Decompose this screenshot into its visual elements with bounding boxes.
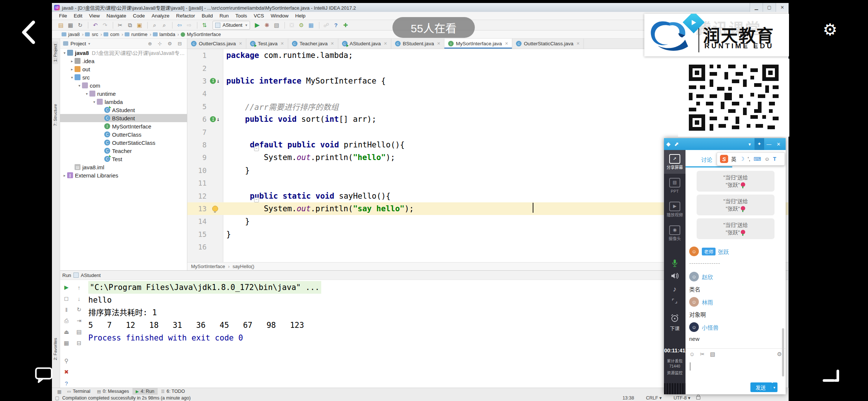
avatar[interactable]: ☺: [689, 272, 699, 281]
tree-item-java8[interactable]: ▾java8D:\金信润天\课程\公开课\java\Java8专题课\java8: [60, 49, 187, 57]
menu-refactor[interactable]: Refactor: [173, 13, 198, 19]
chevron-expanded-icon[interactable]: ▾: [70, 75, 74, 79]
user-name[interactable]: 小怪兽: [702, 323, 719, 331]
fullscreen-icon[interactable]: ⌜⌟: [664, 298, 685, 304]
send-options-chevron-icon[interactable]: ▾: [771, 385, 777, 389]
toolwindow-tab-Terminal[interactable]: ▭Terminal: [64, 388, 94, 395]
class-end-bell-icon[interactable]: [664, 313, 685, 325]
menu-run[interactable]: Run: [216, 13, 232, 19]
share-icon[interactable]: ⬈: [674, 141, 679, 147]
chat-settings-gear-icon[interactable]: ⚙: [777, 351, 782, 358]
breadcrumb-item[interactable]: src›: [85, 32, 102, 37]
toolwindow-tab-0: Messages[interactable]: ▤0: Messages: [93, 388, 132, 395]
user-name[interactable]: 林雨: [702, 298, 713, 306]
user-name[interactable]: 赵欣: [702, 273, 713, 281]
image-icon[interactable]: ▧: [710, 351, 715, 358]
editor-tab-MySortInterface.java[interactable]: IMySortInterface.java✕: [444, 39, 512, 49]
implement-marker-icon[interactable]: I: [210, 78, 216, 84]
menu-file[interactable]: File: [56, 13, 70, 19]
chevron-expanded-icon[interactable]: ▾: [85, 92, 89, 96]
menu-tools[interactable]: Tools: [232, 13, 251, 19]
screenshot-share-icon[interactable]: [201, 365, 220, 384]
avatar[interactable]: ☺: [689, 247, 699, 256]
open-icon[interactable]: ▤: [56, 21, 65, 29]
mini-window-corner-icon[interactable]: [821, 363, 840, 382]
person-icon[interactable]: ☺: [765, 156, 770, 162]
stripe-tab-favorites[interactable]: 2: Favorites: [52, 336, 58, 362]
chevron-expanded-icon[interactable]: ▾: [77, 84, 82, 88]
settings-icon[interactable]: ⚙: [297, 21, 306, 29]
menu-navigate[interactable]: Navigate: [103, 13, 129, 19]
music-icon[interactable]: ♪: [664, 285, 685, 293]
close-tab-icon[interactable]: ✕: [437, 41, 440, 46]
toolwindow-tab-4: Run[interactable]: ▶4: Run: [132, 388, 158, 395]
save-icon[interactable]: ▦: [66, 21, 75, 29]
tree-item-src[interactable]: ▾src: [60, 73, 187, 81]
find-icon[interactable]: ⌕: [150, 21, 159, 29]
tree-item-Teacher[interactable]: CTeacher: [60, 147, 187, 155]
coverage-icon[interactable]: ▧: [272, 21, 281, 29]
danmaku-toggle-icon[interactable]: [34, 365, 53, 384]
menu-analyze[interactable]: Analyze: [148, 13, 173, 19]
stripe-tab-structure[interactable]: 7: Structure: [52, 102, 58, 128]
chevron-expanded-icon[interactable]: ▾: [62, 51, 67, 55]
tree-item-.idea[interactable]: ▸.idea: [60, 57, 187, 65]
stripe-tab-project[interactable]: 1: Project: [52, 42, 58, 64]
close-tab-icon[interactable]: ✕: [576, 41, 580, 46]
tool-window-switcher-icon[interactable]: ▦: [55, 388, 64, 395]
shield-icon[interactable]: [90, 365, 109, 384]
screenshot-scissors-icon[interactable]: ✂: [700, 351, 705, 358]
minimize-button[interactable]: ▁: [750, 3, 763, 12]
breadcrumb-item[interactable]: com›: [103, 32, 123, 37]
fold-marker-icon[interactable]: −: [254, 146, 259, 151]
intention-bulb-icon[interactable]: [212, 206, 218, 212]
chat-scrollbar[interactable]: [782, 328, 784, 376]
menu-code[interactable]: Code: [129, 13, 148, 19]
sync-icon[interactable]: ↻: [76, 21, 85, 29]
close-tab-icon[interactable]: ✕: [384, 41, 387, 46]
editor-tab-BStudent.java[interactable]: CBStudent.java✕: [391, 39, 444, 49]
editor-tab-OutterClass.java[interactable]: COutterClass.java✕: [187, 39, 246, 49]
editor-breadcrumb-item[interactable]: sayHello(): [233, 264, 254, 269]
editor-breadcrumb-item[interactable]: MySortInterface: [191, 264, 225, 269]
tree-item-MySortInterface[interactable]: IMySortInterface: [60, 122, 187, 130]
undo-icon[interactable]: ↶: [91, 21, 100, 29]
chat-list-icon[interactable]: [757, 365, 777, 384]
chevron-collapsed-icon[interactable]: ▸: [70, 67, 74, 71]
editor-tab-OutterStaticClass.java[interactable]: COutterStaticClass.java✕: [512, 39, 584, 49]
project-structure-icon[interactable]: ▦: [307, 21, 316, 29]
breadcrumb-item[interactable]: MySortInterface: [181, 32, 221, 37]
night-mode-icon[interactable]: ☽: [740, 156, 744, 162]
run-configuration-select[interactable]: AStudent ▾: [213, 21, 250, 30]
tree-item-com[interactable]: ▾com: [60, 81, 187, 89]
chevron-collapsed-icon[interactable]: ▸: [62, 173, 67, 177]
debug-icon[interactable]: ❋: [263, 21, 272, 29]
close-chat-icon[interactable]: ✕: [774, 141, 783, 147]
skin-shirt-icon[interactable]: T: [773, 156, 776, 162]
back-button[interactable]: [18, 19, 40, 45]
tree-item-External Libraries[interactable]: ▸∥External Libraries: [60, 171, 187, 179]
help-icon[interactable]: ?: [332, 21, 341, 29]
ime-toolbar[interactable]: S 英 ☽ ’, ⌨ ☺ T: [717, 152, 785, 166]
chevron-down-icon[interactable]: ▾: [745, 141, 754, 147]
chevron-collapsed-icon[interactable]: ▸: [70, 59, 74, 63]
menu-help[interactable]: Help: [292, 13, 309, 19]
copy-icon[interactable]: ⧉: [125, 21, 134, 29]
back-icon[interactable]: ⇦: [175, 21, 184, 29]
editor-tab-Test.java[interactable]: CTest.java✕: [246, 39, 288, 49]
sidebar-item-播放视频[interactable]: ▶播放视频: [664, 198, 685, 221]
editor-tab-AStudent.java[interactable]: CAStudent.java✕: [338, 39, 391, 49]
class-end-label[interactable]: 下课: [664, 325, 685, 332]
line-separator[interactable]: CRLF ▾: [640, 395, 661, 401]
cut-icon[interactable]: ✂: [116, 21, 125, 29]
replace-icon[interactable]: ⌕: [160, 21, 169, 29]
tree-item-BStudent[interactable]: CBStudent: [60, 114, 187, 122]
sidebar-item-摄像头[interactable]: ◉摄像头: [664, 221, 685, 245]
speaker-icon[interactable]: [664, 273, 685, 281]
player-settings-gear-icon[interactable]: ⚙: [823, 22, 837, 38]
project-panel-toolbar[interactable]: ⊕ ⊹ ⚙ ⊟: [148, 41, 184, 46]
avatar[interactable]: ☺: [689, 297, 699, 307]
close-tab-icon[interactable]: ✕: [280, 41, 284, 46]
pin-icon[interactable]: ✦: [754, 138, 764, 150]
caret-position[interactable]: 13:38: [622, 395, 634, 401]
